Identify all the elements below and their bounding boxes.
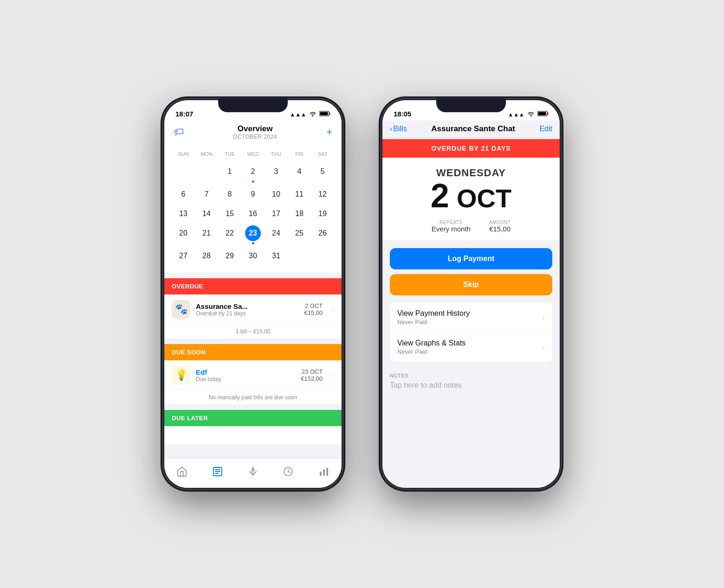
calendar-cell[interactable] — [288, 247, 311, 265]
calendar-cell[interactable]: 13 — [172, 205, 195, 223]
overdue-bill-info: Assurance Sa... Overdue by 21 days — [196, 302, 299, 317]
back-chevron-icon: ‹ — [390, 125, 392, 133]
calendar-cell[interactable]: 26 — [311, 224, 334, 246]
payment-history-row[interactable]: View Payment History Never Paid › — [390, 303, 552, 332]
graphs-stats-row[interactable]: View Graphs & Stats Never Paid › — [390, 332, 552, 362]
calendar-cell[interactable]: 6 — [172, 185, 195, 204]
skip-button[interactable]: Skip — [390, 274, 552, 295]
notes-placeholder[interactable]: Tap here to add notes — [390, 381, 552, 390]
calendar-grid: 1234567891011121314151617181920212223242… — [172, 162, 334, 265]
due-soon-bill-chevron: › — [332, 371, 334, 379]
overdue-bill-chevron: › — [332, 306, 334, 313]
month-name: OCT — [457, 185, 511, 211]
overdue-banner: OVERDUE BY 21 DAYS — [382, 139, 560, 158]
calendar-cell[interactable]: 29 — [218, 247, 241, 265]
overdue-summary: 1 bill – €15,00 — [164, 324, 342, 339]
calendar-cell[interactable]: 28 — [195, 247, 218, 265]
graphs-stats-title: View Graphs & Stats — [397, 339, 465, 347]
calendar-cell[interactable]: 15 — [218, 205, 241, 223]
calendar-cell[interactable] — [195, 162, 218, 184]
tab-bar — [164, 458, 342, 488]
status-time-2: 18:05 — [394, 110, 411, 118]
calendar-cell[interactable]: 19 — [311, 205, 334, 223]
battery-icon-2 — [537, 111, 549, 118]
calendar-cell[interactable]: 5 — [311, 162, 334, 184]
calendar-cell[interactable]: 17 — [265, 205, 288, 223]
calendar-cell[interactable]: 30 — [241, 247, 265, 265]
tab-history[interactable] — [271, 466, 306, 477]
calendar-cell[interactable]: 23 — [241, 224, 265, 246]
day-thu: THU — [265, 149, 288, 159]
tab-bills[interactable] — [200, 466, 235, 477]
due-soon-header: DUE SOON — [164, 344, 342, 360]
due-soon-bill-item[interactable]: 💡 Edf Due today 23 OCT €152,00 › — [164, 360, 342, 390]
overdue-bill-icon: 🐾 — [172, 300, 190, 319]
tag-icon[interactable]: 🏷 — [174, 126, 184, 138]
calendar-cell[interactable]: 8 — [218, 185, 241, 204]
day-sat: SAT — [311, 149, 334, 159]
calendar-cell[interactable] — [311, 247, 334, 265]
notch — [218, 98, 288, 112]
screen-overview: 🏷 Overview OCTOBER 2024 + SUN MON TUE WE… — [164, 121, 342, 458]
calendar-cell[interactable]: 2 — [241, 162, 265, 184]
overdue-header: OVERDUE — [164, 278, 342, 294]
calendar-cell[interactable]: 27 — [172, 247, 195, 265]
log-payment-button[interactable]: Log Payment — [390, 248, 552, 269]
phone-detail: 18:05 ▲▲▲ ‹ Bills Assurance Sante Chat — [381, 98, 562, 490]
status-icons-1: ▲▲▲ — [290, 111, 330, 118]
overdue-bill-item[interactable]: 🐾 Assurance Sa... Overdue by 21 days 2 O… — [164, 294, 342, 324]
calendar-cell[interactable]: 31 — [265, 247, 288, 265]
calendar-cell[interactable]: 24 — [265, 224, 288, 246]
calendar-cell[interactable]: 7 — [195, 185, 218, 204]
svg-rect-7 — [326, 468, 328, 476]
add-button[interactable]: + — [326, 126, 332, 138]
calendar-cell[interactable]: 9 — [241, 185, 265, 204]
status-icons-2: ▲▲▲ — [508, 111, 549, 118]
day-sun: SUN — [172, 149, 195, 159]
calendar-cell[interactable]: 10 — [265, 185, 288, 204]
calendar-cell[interactable]: 14 — [195, 205, 218, 223]
calendar-cell[interactable]: 20 — [172, 224, 195, 246]
due-soon-bill-info: Edf Due today — [196, 368, 295, 383]
calendar-cell[interactable]: 25 — [288, 224, 311, 246]
wifi-icon-2 — [527, 111, 535, 118]
calendar-cell[interactable]: 22 — [218, 224, 241, 246]
history-stats-list: View Payment History Never Paid › View G… — [390, 303, 552, 362]
day-tue: TUE — [218, 149, 241, 159]
svg-rect-2 — [330, 113, 330, 115]
tab-overview[interactable] — [164, 466, 200, 477]
day-name: WEDNESDAY — [390, 167, 552, 179]
repeats-row: REPEATS Every month AMOUNT €15,00 — [390, 220, 552, 233]
calendar-cell[interactable]: 3 — [265, 162, 288, 184]
overview-subtitle: OCTOBER 2024 — [233, 134, 277, 140]
calendar-cell[interactable]: 1 — [218, 162, 241, 184]
due-soon-bill-right: 23 OCT €152,00 — [301, 368, 323, 382]
calendar-cell[interactable]: 16 — [241, 205, 265, 223]
tab-stats[interactable] — [306, 466, 342, 477]
svg-rect-1 — [320, 112, 328, 115]
overview-header: 🏷 Overview OCTOBER 2024 + — [164, 121, 342, 146]
calendar-cell[interactable]: 11 — [288, 185, 311, 204]
back-button[interactable]: ‹ Bills — [390, 125, 407, 133]
amount-col: AMOUNT €15,00 — [489, 220, 511, 233]
tab-balance[interactable] — [235, 466, 271, 477]
calendar-cell[interactable]: 12 — [311, 185, 334, 204]
repeats-label: REPEATS — [432, 220, 471, 225]
signal-icon-2: ▲▲▲ — [508, 111, 524, 118]
calendar-cell[interactable] — [172, 162, 195, 184]
calendar-cell[interactable]: 21 — [195, 224, 218, 246]
calendar-cell[interactable]: 18 — [288, 205, 311, 223]
day-fri: FRI — [288, 149, 311, 159]
day-wed: WED — [241, 149, 265, 159]
detail-screen: ‹ Bills Assurance Sante Chat Edit OVERDU… — [382, 121, 560, 488]
due-soon-bill-sub: Due today — [196, 376, 295, 383]
calendar-day-headers: SUN MON TUE WED THU FRI SAT — [172, 149, 334, 159]
overview-title: Overview — [233, 124, 277, 134]
date-number: 2 — [431, 179, 449, 212]
calendar-cell[interactable]: 4 — [288, 162, 311, 184]
overdue-bill-sub: Overdue by 21 days — [196, 310, 299, 317]
edit-button[interactable]: Edit — [539, 125, 552, 133]
payment-history-title: View Payment History — [397, 309, 470, 318]
due-soon-bill-amount: €152,00 — [301, 375, 323, 382]
overdue-bill-right: 2 OCT €15,00 — [304, 302, 323, 316]
